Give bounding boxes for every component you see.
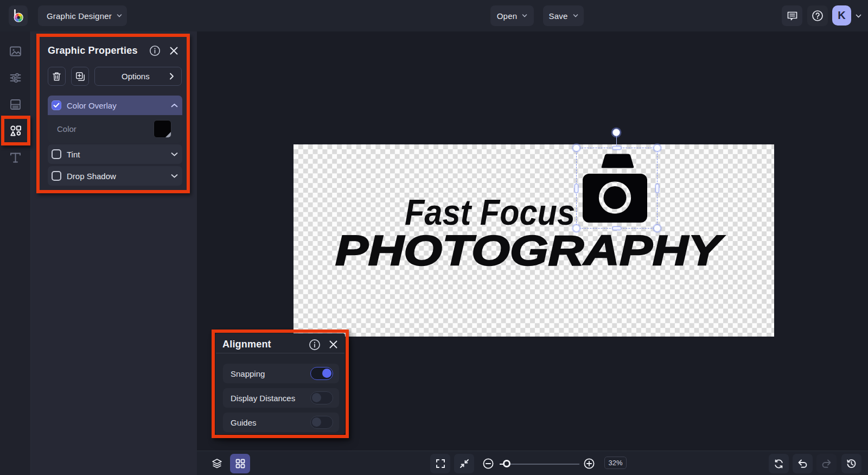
toggle-row-guides: Guides bbox=[223, 413, 339, 432]
chevron-down-icon bbox=[117, 13, 122, 18]
shapes-icon bbox=[9, 124, 23, 138]
resize-handle-se[interactable] bbox=[654, 225, 661, 232]
sidebar-item-image[interactable] bbox=[0, 39, 31, 63]
drop-shadow-checkbox[interactable] bbox=[52, 171, 61, 181]
color-overlay-body: Color bbox=[48, 115, 182, 143]
options-button-label: Options bbox=[122, 72, 150, 81]
account-chevron-down-icon[interactable] bbox=[855, 12, 862, 22]
section-drop-shadow[interactable]: Drop Shadow bbox=[48, 166, 182, 186]
section-tint[interactable]: Tint bbox=[48, 144, 182, 164]
resize-handle-n[interactable] bbox=[612, 146, 622, 150]
artboard[interactable]: Fast Focus PHOTOGRAPHY bbox=[293, 144, 774, 337]
reset-button[interactable] bbox=[769, 454, 789, 473]
sidebar-item-edit[interactable] bbox=[0, 66, 31, 90]
chat-icon bbox=[787, 10, 798, 22]
color-overlay-checkbox[interactable] bbox=[52, 100, 61, 110]
color-swatch[interactable] bbox=[154, 120, 171, 138]
tint-checkbox[interactable] bbox=[52, 149, 61, 159]
collapse-icon bbox=[459, 458, 470, 469]
resize-handle-sw[interactable] bbox=[573, 225, 580, 232]
trash-icon bbox=[52, 72, 61, 81]
section-color-overlay[interactable]: Color Overlay bbox=[48, 96, 182, 115]
alignment-header-divider bbox=[216, 353, 344, 353]
feedback-button[interactable] bbox=[782, 5, 802, 26]
redo-button[interactable] bbox=[816, 454, 837, 473]
rotate-handle[interactable] bbox=[612, 129, 620, 136]
close-icon[interactable] bbox=[169, 46, 178, 55]
toggle-knob bbox=[312, 417, 321, 427]
sidebar-item-text[interactable] bbox=[0, 145, 31, 169]
sliders-icon bbox=[9, 71, 22, 85]
chevron-down-icon bbox=[171, 152, 178, 157]
zoom-percent-value: 32% bbox=[608, 459, 622, 467]
resize-handle-s[interactable] bbox=[612, 226, 622, 230]
user-avatar[interactable]: K bbox=[832, 5, 851, 26]
toggle-label: Guides bbox=[231, 418, 310, 427]
history-button[interactable] bbox=[841, 454, 861, 473]
text-icon bbox=[9, 151, 22, 164]
open-button[interactable]: Open bbox=[490, 5, 534, 26]
alignment-panel: Alignment Snapping Display Distances Gui… bbox=[215, 333, 345, 434]
save-button[interactable]: Save bbox=[543, 5, 584, 26]
guides-toggle[interactable] bbox=[310, 416, 333, 429]
zoom-out-button[interactable] bbox=[483, 458, 494, 471]
layout-icon bbox=[9, 98, 22, 111]
toggle-label: Display Distances bbox=[231, 394, 310, 403]
chevron-down-icon bbox=[522, 13, 527, 18]
toggle-row-snapping: Snapping bbox=[223, 364, 339, 383]
zoom-slider-knob[interactable] bbox=[503, 460, 510, 467]
zoom-slider-track[interactable] bbox=[500, 464, 579, 465]
undo-button[interactable] bbox=[793, 454, 813, 473]
logo-text-line2: PHOTOGRAPHY bbox=[335, 227, 725, 274]
duplicate-button[interactable] bbox=[71, 67, 89, 86]
mode-selector-dropdown[interactable]: Graphic Designer bbox=[38, 5, 127, 26]
logo-text-line1: Fast Focus bbox=[405, 192, 575, 232]
bottom-bar: 32% bbox=[197, 451, 868, 475]
chevron-down-icon bbox=[171, 174, 178, 179]
snapping-toggle[interactable] bbox=[310, 367, 333, 380]
duplicate-icon bbox=[75, 72, 85, 81]
section-label: Tint bbox=[67, 150, 171, 159]
delete-button[interactable] bbox=[48, 67, 66, 86]
help-button[interactable] bbox=[807, 5, 828, 26]
save-button-label: Save bbox=[549, 11, 568, 21]
sidebar-item-templates[interactable] bbox=[0, 92, 31, 116]
alignment-header: Alignment bbox=[222, 338, 338, 351]
collapse-button[interactable] bbox=[454, 454, 474, 473]
resize-handle-e[interactable] bbox=[655, 183, 659, 193]
app-logo-button[interactable] bbox=[9, 5, 28, 26]
graphic-properties-title: Graphic Properties bbox=[48, 45, 138, 56]
fit-screen-button[interactable] bbox=[430, 454, 450, 473]
toggle-row-display-distances: Display Distances bbox=[223, 388, 339, 408]
selection-box[interactable] bbox=[576, 148, 658, 229]
redo-icon bbox=[821, 458, 832, 470]
info-icon[interactable] bbox=[309, 339, 321, 351]
resize-handle-w[interactable] bbox=[575, 183, 578, 193]
toggle-knob bbox=[312, 393, 321, 402]
display-distances-toggle[interactable] bbox=[310, 391, 333, 404]
resize-handle-nw[interactable] bbox=[573, 144, 580, 151]
image-icon bbox=[9, 45, 22, 58]
help-icon bbox=[812, 10, 824, 22]
graphic-properties-panel: Graphic Properties bbox=[40, 37, 187, 190]
zoom-percent-badge[interactable]: 32% bbox=[604, 457, 627, 469]
fullscreen-icon bbox=[435, 458, 446, 469]
layers-button[interactable] bbox=[207, 454, 227, 473]
left-sidebar bbox=[0, 31, 31, 475]
section-label: Drop Shadow bbox=[67, 172, 171, 181]
chevron-right-icon bbox=[169, 73, 174, 80]
mode-selector-label: Graphic Designer bbox=[47, 11, 112, 21]
sidebar-item-graphics[interactable] bbox=[0, 119, 31, 143]
zoom-in-button[interactable] bbox=[584, 458, 595, 471]
resize-handle-ne[interactable] bbox=[654, 144, 661, 151]
fast-focus-logo[interactable]: Fast Focus PHOTOGRAPHY bbox=[293, 144, 774, 337]
grid-view-button[interactable] bbox=[230, 454, 250, 473]
options-button[interactable]: Options bbox=[94, 67, 182, 86]
refresh-icon bbox=[773, 458, 784, 470]
graphic-properties-header: Graphic Properties bbox=[48, 43, 178, 58]
befunky-logo-icon bbox=[12, 9, 25, 23]
info-icon[interactable] bbox=[149, 45, 161, 56]
top-bar: Graphic Designer Open Save bbox=[0, 0, 868, 31]
close-icon[interactable] bbox=[329, 340, 338, 349]
undo-icon bbox=[797, 458, 808, 470]
